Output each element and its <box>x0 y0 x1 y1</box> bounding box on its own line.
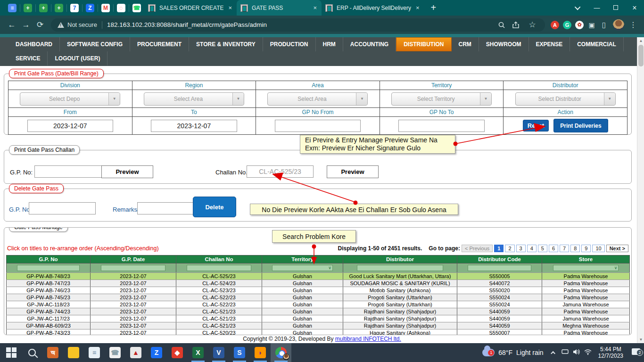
browser-circle-icon[interactable]: ◌ <box>117 4 125 12</box>
browser-tab[interactable]: ERP - AllDelivery SellDelivery× <box>322 0 424 16</box>
delete-button[interactable]: Delete <box>193 197 236 217</box>
tab-close-icon[interactable]: × <box>416 4 420 11</box>
challan-no-input[interactable] <box>247 165 314 178</box>
column-filter-input[interactable] <box>357 265 443 271</box>
browser-tab[interactable]: GATE PASS× <box>237 0 322 16</box>
z-app-icon[interactable]: Z <box>146 343 167 362</box>
range-input-gp-no-to[interactable] <box>398 120 485 132</box>
table-row[interactable]: GP-JW-AC-117/232023-12-07CL-AC-521/23Gul… <box>7 315 630 322</box>
url-text[interactable]: 182.163.102.203:8088/sharif_metal/crm/ga… <box>107 21 267 28</box>
s-app-icon[interactable]: S <box>229 343 250 362</box>
column-header-distributor-code[interactable]: Distributor Code <box>457 255 542 263</box>
taskbar-clock[interactable]: 5:44 PM 12/7/2023 <box>594 346 628 359</box>
reload-button[interactable]: ⟳ <box>33 20 47 30</box>
extensions-puzzle-icon[interactable]: ▣ <box>586 19 598 31</box>
sheets-icon[interactable]: + <box>55 4 63 12</box>
table-row[interactable]: GP-PW-AB-746/232023-12-07CL-AC-523/23Gul… <box>7 287 630 294</box>
preview-gp-button[interactable]: Preview <box>101 165 153 178</box>
red-diamond-app-icon[interactable]: ◆ <box>167 343 188 362</box>
table-row[interactable]: GP-MW-AB-609/232023-12-07CL-AC-521/23Gul… <box>7 322 630 329</box>
delete-gp-input[interactable] <box>29 202 96 214</box>
menu-item-expense[interactable]: EXPENSE <box>529 37 570 51</box>
column-filter-input[interactable] <box>101 265 165 271</box>
share-icon[interactable] <box>512 21 520 29</box>
column-filter-input[interactable] <box>187 265 251 271</box>
z-app-icon[interactable]: Z <box>86 4 94 12</box>
back-button[interactable]: ← <box>5 20 19 30</box>
page-scrollbar[interactable]: ▲ ▼ <box>637 37 644 343</box>
menu-item-logout-user-[interactable]: LOGOUT (USER) <box>48 51 107 66</box>
new-tab-button[interactable]: + <box>424 2 443 13</box>
menu-item-commercial[interactable]: COMMERCIAL <box>570 37 624 51</box>
menu-item-software-config[interactable]: SOFTWARE CONFIG <box>60 37 130 51</box>
browser-tab[interactable]: SALES ORDER CREATE× <box>144 0 237 16</box>
sheets-icon[interactable]: + <box>24 4 32 12</box>
tab-close-icon[interactable]: × <box>313 4 317 11</box>
scrollbar-thumb[interactable] <box>638 45 644 66</box>
calendar-icon[interactable]: 7 <box>70 4 79 12</box>
scroll-down-arrow[interactable]: ▼ <box>637 336 644 343</box>
page-button-1[interactable]: 1 <box>494 245 504 252</box>
visio-icon[interactable]: V <box>208 343 229 362</box>
select-territory[interactable]: Select Territory▼ <box>391 92 492 106</box>
page-button-4[interactable]: 4 <box>527 245 537 252</box>
table-row[interactable]: GP-JW-AC-118/232023-12-07CL-AC-522/23Gul… <box>7 301 630 308</box>
excel-icon[interactable]: X <box>188 343 208 362</box>
zoom-icon[interactable] <box>498 21 505 29</box>
extension-swirl-icon[interactable]: ✿ <box>575 21 584 29</box>
avro-keyboard-icon[interactable]: অ <box>42 343 63 362</box>
page-button-7[interactable]: 7 <box>560 245 569 252</box>
page-button-6[interactable]: 6 <box>549 245 558 252</box>
column-header-store[interactable]: Store <box>542 255 630 263</box>
menu-item-accounting[interactable]: ACCOUNTING <box>343 37 396 51</box>
column-filter-input[interactable] <box>468 265 531 271</box>
menu-item-dashboard[interactable]: DASHBOARD <box>8 37 60 51</box>
restore-button[interactable] <box>606 0 625 16</box>
page-button-10[interactable]: 10 <box>592 245 604 252</box>
menu-item-distribution[interactable]: DISTRIBUTION <box>396 37 451 51</box>
column-filter-input[interactable]: ∨ <box>553 265 619 271</box>
table-row[interactable]: GP-PW-AB-747/232023-12-07CL-AC-524/23Gul… <box>7 280 630 287</box>
menu-kebab-icon[interactable]: ⋮ <box>627 19 639 31</box>
column-header-territory[interactable]: Territory <box>262 255 343 263</box>
column-header-g-p-no[interactable]: G.P. No <box>7 255 91 263</box>
forward-button[interactable]: → <box>19 20 33 30</box>
extension-red-icon[interactable]: A <box>551 21 559 29</box>
tray-speaker-icon[interactable] <box>571 349 582 356</box>
notepad-icon[interactable]: ≡ <box>84 343 105 362</box>
tab-close-icon[interactable]: × <box>228 4 232 11</box>
page-button-2[interactable]: 2 <box>505 245 514 252</box>
table-row[interactable]: GP-PW-AB-743/232023-12-07CL-AC-520/23Gul… <box>7 329 630 336</box>
minimize-button[interactable]: — <box>587 0 606 16</box>
page-button-5[interactable]: 5 <box>538 245 547 252</box>
firefox-icon[interactable]: ◗ <box>250 343 271 362</box>
grammarly-icon[interactable]: G <box>563 21 571 29</box>
select-division[interactable]: Select Depo▼ <box>20 92 120 106</box>
side-panel-icon[interactable]: ▯ <box>598 19 610 31</box>
whatsapp-icon[interactable]: ☎ <box>105 343 125 362</box>
range-input-from[interactable] <box>27 120 114 132</box>
preview-challan-button[interactable]: Preview <box>327 165 379 178</box>
select-distributor[interactable]: Select Distributor▼ <box>515 92 616 106</box>
column-header-g-p-date[interactable]: G.P. Date <box>91 255 176 263</box>
nikosh-icon[interactable]: ▲ <box>125 343 146 362</box>
address-bar[interactable]: Not secure 182.163.102.203:8088/sharif_m… <box>51 18 545 32</box>
gp-no-input[interactable] <box>34 165 104 178</box>
whatsapp-icon[interactable]: ☎ <box>132 4 141 12</box>
page-button-3[interactable]: 3 <box>516 245 526 252</box>
menu-item-hrm[interactable]: HRM <box>316 37 343 51</box>
column-filter-input[interactable] <box>17 265 80 271</box>
close-button[interactable]: × <box>625 0 644 16</box>
menu-item-showroom[interactable]: SHOWROOM <box>479 37 529 51</box>
developer-link[interactable]: multibrand INFOTECH ltd. <box>335 336 401 342</box>
menu-item-crm[interactable]: CRM <box>452 37 479 51</box>
next-page-button[interactable]: Next > <box>606 245 628 252</box>
menu-item-procurement[interactable]: PROCUREMENT <box>130 37 189 51</box>
range-input-gp-no-from[interactable] <box>275 120 361 132</box>
search-button[interactable] <box>22 343 42 362</box>
previous-page-button[interactable]: < Previous <box>462 245 493 252</box>
table-row[interactable]: GP-PW-AB-745/232023-12-07CL-AC-522/23Gul… <box>7 294 630 301</box>
print-deliveries-button[interactable]: Print Deliveries <box>553 119 608 132</box>
select-area[interactable]: Select Area▼ <box>267 92 368 106</box>
column-header-distributor[interactable]: Distributor <box>343 255 457 263</box>
